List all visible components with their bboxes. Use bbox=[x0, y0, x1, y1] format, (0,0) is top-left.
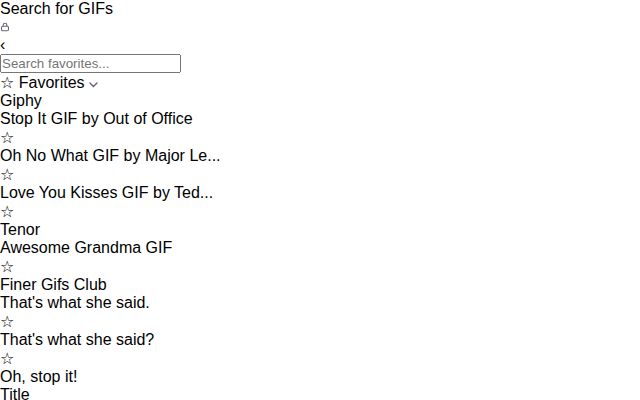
list-item-stop-it[interactable]: Stop It GIF by Out of Office ☆ bbox=[0, 110, 640, 147]
section-title-giphy: Giphy bbox=[0, 92, 640, 110]
favorite-star-icon[interactable]: ☆ bbox=[0, 349, 640, 368]
search-input[interactable] bbox=[0, 54, 181, 73]
meta-label-title: Title bbox=[0, 386, 640, 400]
lock-icon bbox=[0, 18, 640, 36]
list-item-oh-no-what[interactable]: Oh No What GIF by Major Le... ☆ bbox=[0, 147, 640, 184]
detail-panel: Oh, stop it! Title Width Height Size Sou… bbox=[0, 368, 640, 400]
search-bar: ‹ ☆ Favorites bbox=[0, 36, 640, 92]
list-item-love-you-kisses[interactable]: Love You Kisses GIF by Ted... ☆ bbox=[0, 184, 640, 221]
favorite-star-icon[interactable]: ☆ bbox=[0, 128, 640, 147]
app-title: Search for GIFs bbox=[0, 0, 640, 18]
star-icon: ☆ bbox=[0, 74, 14, 91]
chevron-down-icon bbox=[89, 74, 98, 91]
favorites-dropdown-label: Favorites bbox=[19, 74, 85, 91]
list-item-thats-what-she-said-2[interactable]: That's what she said? ☆ bbox=[0, 331, 640, 368]
section-title-tenor: Tenor bbox=[0, 221, 640, 239]
back-button[interactable]: ‹ bbox=[0, 36, 640, 54]
gif-search-window: ‹ ☆ Favorites Giphy Stop It GIF by Out o… bbox=[0, 36, 640, 400]
list-item-awesome-grandma[interactable]: Awesome Grandma GIF ☆ bbox=[0, 239, 640, 276]
gif-caption: Oh, stop it! bbox=[0, 368, 640, 386]
desktop-wallpaper: Search for GIFs ‹ ☆ Favorites bbox=[0, 0, 640, 400]
metadata-labels: Title Width Height Size Source bbox=[0, 386, 640, 400]
section-title-finer-gifs-club: Finer Gifs Club bbox=[0, 276, 640, 294]
gif-preview-image: Oh, stop it! bbox=[0, 368, 640, 386]
list-item-thats-what-she-said[interactable]: That's what she said. ☆ bbox=[0, 294, 640, 331]
favorite-star-icon[interactable]: ☆ bbox=[0, 257, 640, 276]
favorites-sidebar: Giphy Stop It GIF by Out of Office ☆ Oh … bbox=[0, 92, 640, 368]
favorite-star-icon[interactable]: ☆ bbox=[0, 312, 640, 331]
app-title-pill[interactable]: Search for GIFs bbox=[0, 0, 640, 36]
favorite-star-icon[interactable]: ☆ bbox=[0, 202, 640, 221]
favorite-star-icon[interactable]: ☆ bbox=[0, 165, 640, 184]
favorites-dropdown[interactable]: ☆ Favorites bbox=[0, 73, 640, 92]
